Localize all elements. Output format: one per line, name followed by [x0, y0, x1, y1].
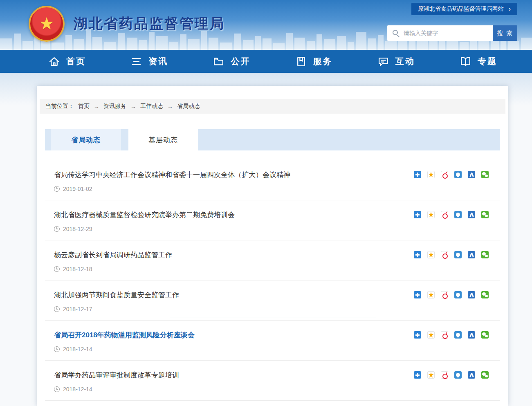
bshare-plus-icon[interactable]	[414, 171, 421, 178]
chat-bubble-icon	[377, 56, 389, 67]
news-item-left: 省局举办药品审评审批制度改革专题培训 2018-12-14	[54, 370, 179, 393]
nav-item-interaction[interactable]: 互动	[377, 56, 415, 67]
news-title[interactable]: 湖北省医疗器械质量监督检验研究院举办第二期免费培训会	[54, 211, 235, 219]
qzone-share-icon[interactable]	[427, 251, 435, 258]
nav-item-label: 互动	[395, 56, 415, 67]
page: 原湖北省食品药品监督管理局网站 › 湖北省药品监督管理局 搜 索 首页	[0, 0, 532, 406]
old-site-link-label: 原湖北省食品药品监督管理局网站	[418, 5, 504, 13]
tencent-weibo-share-icon[interactable]	[454, 211, 462, 218]
news-title[interactable]: 省局召开2018年药物滥用监测风险分析座谈会	[54, 331, 195, 339]
qzone-share-icon[interactable]	[427, 371, 435, 379]
weibo-share-icon[interactable]	[441, 371, 448, 379]
tab-grassroots-dynamics[interactable]: 基层动态	[128, 129, 198, 150]
search-button[interactable]: 搜 索	[493, 25, 517, 41]
news-title[interactable]: 杨云彦副省长到省局调研药品监管工作	[54, 251, 172, 259]
breadcrumb-label: 当前位置：	[45, 103, 74, 110]
tencent-weibo-share-icon[interactable]	[454, 291, 462, 298]
breadcrumb-arrow-icon: →	[167, 103, 173, 110]
news-date: 2019-01-02	[63, 186, 92, 192]
qzone-share-icon[interactable]	[427, 211, 435, 218]
bshare-plus-icon[interactable]	[414, 211, 421, 218]
breadcrumb-arrow-icon: →	[130, 103, 136, 110]
header: 原湖北省食品药品监督管理局网站 › 湖北省药品监督管理局 搜 索	[0, 0, 532, 50]
wechat-share-icon[interactable]	[481, 171, 489, 178]
news-item: 杨云彦副省长到省局调研药品监管工作 2018-12-18	[45, 240, 500, 280]
clock-icon	[54, 186, 60, 192]
qzone-share-icon[interactable]	[427, 291, 435, 298]
weibo-share-icon[interactable]	[441, 211, 448, 218]
news-date: 2018-12-29	[63, 226, 92, 232]
clock-icon	[54, 226, 60, 232]
renren-share-icon[interactable]	[468, 291, 475, 298]
news-item-left: 湖北省医疗器械质量监督检验研究院举办第二期免费培训会 2018-12-29	[54, 210, 235, 232]
home-icon	[48, 56, 60, 67]
bshare-plus-icon[interactable]	[414, 331, 421, 339]
share-bar	[414, 171, 489, 178]
tencent-weibo-share-icon[interactable]	[454, 331, 462, 339]
search-input[interactable]	[387, 25, 493, 41]
weibo-share-icon[interactable]	[441, 171, 448, 178]
bshare-plus-icon[interactable]	[414, 291, 421, 298]
renren-share-icon[interactable]	[468, 171, 475, 178]
news-lines-icon	[130, 56, 142, 67]
nav-item-public[interactable]: 公开	[213, 56, 250, 67]
breadcrumb-link-home[interactable]: 首页	[78, 103, 90, 110]
wechat-share-icon[interactable]	[481, 331, 489, 339]
main-nav: 首页 资讯 公开 服务	[0, 50, 532, 73]
wechat-share-icon[interactable]	[481, 371, 489, 379]
tencent-weibo-share-icon[interactable]	[454, 171, 462, 178]
nav-item-label: 公开	[231, 56, 250, 67]
tencent-weibo-share-icon[interactable]	[454, 371, 462, 379]
tab-provincial-dynamics[interactable]: 省局动态	[51, 129, 121, 150]
share-bar	[414, 251, 489, 258]
news-date-row: 2018-12-29	[54, 226, 235, 232]
nav-item-label: 服务	[313, 56, 333, 67]
renren-share-icon[interactable]	[468, 371, 475, 379]
tab-strip: 省局动态 基层动态	[45, 129, 500, 150]
folder-icon	[213, 56, 224, 67]
news-date-row: 2018-12-18	[54, 266, 172, 272]
renren-share-icon[interactable]	[468, 211, 475, 218]
wechat-share-icon[interactable]	[481, 251, 489, 258]
breadcrumb: 当前位置： 首页 → 资讯服务 → 工作动态 → 省局动态	[40, 99, 505, 114]
nav-item-label: 资讯	[148, 56, 168, 67]
renren-share-icon[interactable]	[468, 331, 475, 339]
news-item-left: 杨云彦副省长到省局调研药品监管工作 2018-12-18	[54, 250, 172, 272]
search-box	[387, 25, 493, 41]
nav-item-home[interactable]: 首页	[48, 56, 86, 67]
bshare-plus-icon[interactable]	[414, 251, 421, 258]
qzone-share-icon[interactable]	[427, 171, 435, 178]
breadcrumb-link-work-dynamics[interactable]: 工作动态	[140, 103, 163, 110]
share-bar	[414, 331, 489, 339]
share-bar	[414, 211, 489, 218]
news-item: 省局举办药品审评审批制度改革专题培训 2018-12-14	[45, 361, 500, 401]
nav-item-service[interactable]: 服务	[295, 56, 333, 67]
news-date: 2018-12-14	[63, 386, 92, 393]
content-card: 当前位置： 首页 → 资讯服务 → 工作动态 → 省局动态 省局动态 基层动态 …	[37, 86, 508, 406]
news-title[interactable]: 省局举办药品审评审批制度改革专题培训	[54, 371, 179, 379]
news-title[interactable]: 湖北加强两节期间食盐质量安全监管工作	[54, 291, 179, 299]
wechat-share-icon[interactable]	[481, 211, 489, 218]
nav-item-news[interactable]: 资讯	[130, 56, 168, 67]
news-item: 湖北省医疗器械质量监督检验研究院举办第二期免费培训会 2018-12-29	[45, 200, 500, 240]
tencent-weibo-share-icon[interactable]	[454, 251, 462, 258]
breadcrumb-current[interactable]: 省局动态	[177, 103, 200, 110]
news-list: 省局传达学习中央经济工作会议精神和省委十一届四次全体（扩大）会议精神 2019-…	[45, 160, 500, 401]
news-title[interactable]: 省局传达学习中央经济工作会议精神和省委十一届四次全体（扩大）会议精神	[54, 171, 290, 179]
news-item: 湖北加强两节期间食盐质量安全监管工作 2018-12-17	[45, 280, 500, 321]
bshare-plus-icon[interactable]	[414, 371, 421, 379]
qzone-share-icon[interactable]	[427, 331, 435, 339]
nav-item-topics[interactable]: 专题	[460, 56, 497, 67]
weibo-share-icon[interactable]	[441, 251, 448, 258]
nav-item-label: 专题	[478, 56, 497, 67]
clock-icon	[54, 386, 60, 392]
news-date-row: 2019-01-02	[54, 186, 290, 192]
weibo-share-icon[interactable]	[441, 291, 448, 298]
renren-share-icon[interactable]	[468, 251, 475, 258]
old-site-link[interactable]: 原湖北省食品药品监督管理局网站 ›	[411, 3, 517, 15]
clock-icon	[54, 306, 60, 312]
breadcrumb-link-news-service[interactable]: 资讯服务	[103, 103, 126, 110]
weibo-share-icon[interactable]	[441, 331, 448, 339]
news-date-row: 2018-12-14	[54, 346, 195, 352]
wechat-share-icon[interactable]	[481, 291, 489, 298]
